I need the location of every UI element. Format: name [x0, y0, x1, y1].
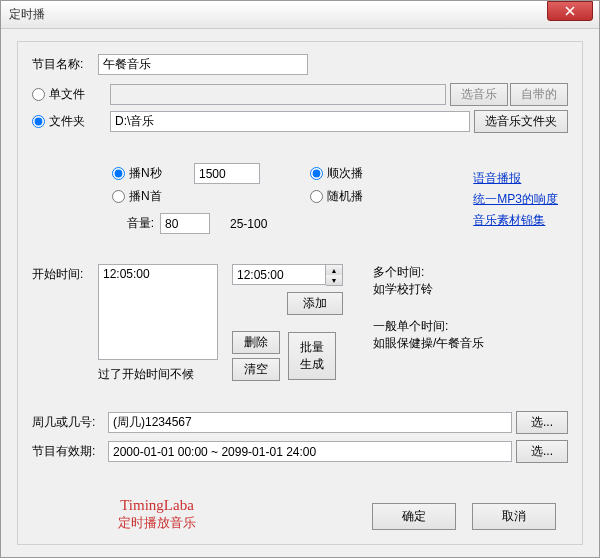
content-area: 节目名称: 单文件 选音乐 自带的 文件夹 选音乐文件: [1, 29, 599, 557]
close-button[interactable]: [547, 1, 593, 21]
validity-select-button[interactable]: 选...: [516, 440, 568, 463]
clear-time-button[interactable]: 清空: [232, 358, 280, 381]
n-songs-label: 播N首: [129, 188, 162, 205]
single-file-path-input[interactable]: [110, 84, 446, 105]
volume-range-label: 25-100: [230, 217, 267, 231]
dialog-window: 定时播 节目名称: 单文件 选音乐 自带的: [0, 0, 600, 558]
folder-radio[interactable]: 文件夹: [32, 113, 98, 130]
help-multi-2: 如学校打铃: [373, 281, 484, 298]
weekday-label: 周几或几号:: [32, 414, 108, 431]
sequential-radio[interactable]: 顺次播: [310, 165, 363, 182]
random-radio-input[interactable]: [310, 190, 323, 203]
spinner-up-button[interactable]: ▲: [326, 265, 342, 275]
n-songs-radio-input[interactable]: [112, 190, 125, 203]
validity-label: 节目有效期:: [32, 443, 108, 460]
delete-time-button[interactable]: 删除: [232, 331, 280, 354]
program-name-label: 节目名称:: [32, 56, 98, 73]
help-single-1: 一般单个时间:: [373, 318, 484, 335]
materials-link[interactable]: 音乐素材锦集: [473, 212, 558, 229]
time-help: 多个时间: 如学校打铃 一般单个时间: 如眼保健操/午餐音乐: [373, 264, 484, 389]
close-icon: [565, 6, 575, 16]
n-seconds-radio-input[interactable]: [112, 167, 125, 180]
volume-label: 音量:: [112, 215, 154, 232]
program-name-row: 节目名称:: [32, 54, 568, 75]
time-spinner-input[interactable]: [232, 264, 326, 285]
help-multi-1: 多个时间:: [373, 264, 484, 281]
select-music-button: 选音乐: [450, 83, 508, 106]
validity-input[interactable]: [108, 441, 512, 462]
weekday-input[interactable]: [108, 412, 512, 433]
add-time-button[interactable]: 添加: [287, 292, 343, 315]
titlebar: 定时播: [1, 1, 599, 29]
schedule-section: 周几或几号: 选... 节目有效期: 选...: [32, 411, 568, 463]
folder-path-input[interactable]: [110, 111, 470, 132]
volume-input[interactable]: [160, 213, 210, 234]
help-single-2: 如眼保健操/午餐音乐: [373, 335, 484, 352]
normalize-link[interactable]: 统一MP3的响度: [473, 191, 558, 208]
n-seconds-label: 播N秒: [129, 165, 162, 182]
single-file-row: 单文件 选音乐 自带的: [32, 83, 568, 106]
time-listbox[interactable]: 12:05:00: [98, 264, 218, 360]
brand-line2: 定时播放音乐: [118, 514, 196, 532]
folder-radio-label: 文件夹: [49, 113, 85, 130]
select-folder-button[interactable]: 选音乐文件夹: [474, 110, 568, 133]
program-name-input[interactable]: [98, 54, 308, 75]
branding: TimingLaba 定时播放音乐: [118, 497, 196, 532]
sequential-label: 顺次播: [327, 165, 363, 182]
time-list-item[interactable]: 12:05:00: [103, 267, 213, 281]
start-time-label: 开始时间:: [32, 264, 98, 389]
folder-row: 文件夹 选音乐文件夹: [32, 110, 568, 133]
ok-button[interactable]: 确定: [372, 503, 456, 530]
n-seconds-radio[interactable]: 播N秒: [112, 165, 182, 182]
single-file-radio[interactable]: 单文件: [32, 86, 98, 103]
single-file-radio-label: 单文件: [49, 86, 85, 103]
brand-line1: TimingLaba: [118, 497, 196, 514]
start-time-section: 开始时间: 12:05:00 过了开始时间不候 ▲ ▼: [32, 264, 568, 389]
sequential-radio-input[interactable]: [310, 167, 323, 180]
builtin-button: 自带的: [510, 83, 568, 106]
window-title: 定时播: [9, 6, 547, 23]
n-songs-radio[interactable]: 播N首: [112, 188, 182, 205]
weekday-select-button[interactable]: 选...: [516, 411, 568, 434]
folder-radio-input[interactable]: [32, 115, 45, 128]
cancel-button[interactable]: 取消: [472, 503, 556, 530]
random-radio[interactable]: 随机播: [310, 188, 363, 205]
single-file-radio-input[interactable]: [32, 88, 45, 101]
voice-link[interactable]: 语音播报: [473, 170, 558, 187]
spinner-down-button[interactable]: ▼: [326, 275, 342, 285]
time-spinner[interactable]: ▲ ▼: [232, 264, 343, 286]
dialog-buttons: 确定 取消: [372, 503, 556, 530]
n-value-input[interactable]: [194, 163, 260, 184]
main-frame: 节目名称: 单文件 选音乐 自带的 文件夹 选音乐文件: [17, 41, 583, 545]
batch-generate-button[interactable]: 批量 生成: [288, 332, 336, 380]
links-block: 语音播报 统一MP3的响度 音乐素材锦集: [473, 170, 558, 233]
missed-note: 过了开始时间不候: [98, 366, 218, 383]
random-label: 随机播: [327, 188, 363, 205]
